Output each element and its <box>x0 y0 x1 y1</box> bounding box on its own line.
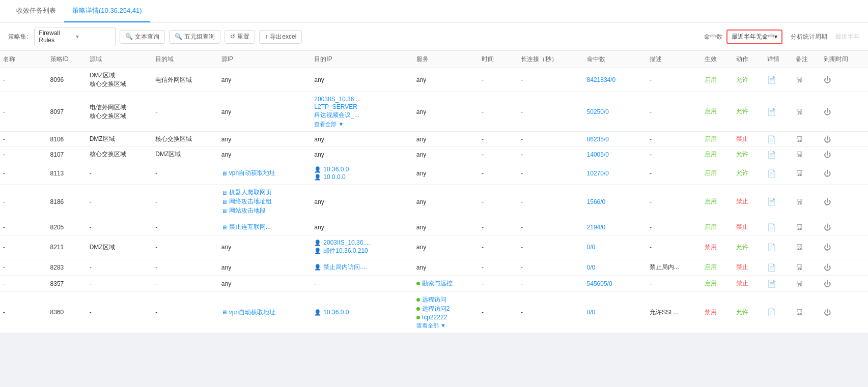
table-row: -8097电信外网区域 核心交换区域-any2003IIS_10.36....L… <box>0 92 868 132</box>
note-icon[interactable]: 🖫 <box>796 108 803 116</box>
note-icon[interactable]: 🖫 <box>796 308 803 316</box>
cell-detail[interactable]: 📄 <box>764 259 793 276</box>
period-select[interactable]: 最近半年无命中▾ <box>726 29 782 44</box>
detail-icon[interactable]: 📄 <box>767 243 776 251</box>
cell-detail[interactable]: 📄 <box>764 147 793 162</box>
cell-hits[interactable]: 86235/0 <box>584 132 647 147</box>
five-tuple-button[interactable]: 🔍 五元组查询 <box>169 30 220 44</box>
cell-detail[interactable]: 📄 <box>764 68 793 92</box>
expire-icon[interactable]: ⏻ <box>824 243 831 251</box>
cell-detail[interactable]: 📄 <box>764 185 793 219</box>
expire-icon[interactable]: ⏻ <box>824 108 831 116</box>
cell-hits[interactable]: 8421834/0 <box>584 68 647 92</box>
cell-detail[interactable]: 📄 <box>764 276 793 292</box>
tab-detail[interactable]: 策略详情(10.36.254.41) <box>64 0 150 22</box>
export-excel-button[interactable]: ↑ 导出excel <box>259 30 302 44</box>
cell-note[interactable]: 🖫 <box>793 185 821 219</box>
cell-hits[interactable]: 1566/0 <box>584 185 647 219</box>
cell-dst-ip: 2003IIS_10.36....L2TP_SERVER科达视频会议_...查看… <box>311 92 413 132</box>
cell-detail[interactable]: 📄 <box>764 92 793 132</box>
cell-expire[interactable]: ⏻ <box>821 235 868 259</box>
cell-expire[interactable]: ⏻ <box>821 219 868 235</box>
note-icon[interactable]: 🖫 <box>796 198 803 206</box>
cell-dst-ip: 👤10.36.0.0 <box>311 292 413 333</box>
detail-icon[interactable]: 📄 <box>767 151 776 159</box>
cell-expire[interactable]: ⏻ <box>821 132 868 147</box>
expire-icon[interactable]: ⏻ <box>824 151 831 159</box>
note-icon[interactable]: 🖫 <box>796 135 803 143</box>
cell-expire[interactable]: ⏻ <box>821 162 868 185</box>
cell-expire[interactable]: ⏻ <box>821 292 868 333</box>
expire-icon[interactable]: ⏻ <box>824 135 831 143</box>
expire-icon[interactable]: ⏻ <box>824 169 831 177</box>
cell-dst-ip: 👤2003IIS_10.36....👤邮件10.36.0.210 <box>311 235 413 259</box>
detail-icon[interactable]: 📄 <box>767 280 776 288</box>
cell-expire[interactable]: ⏻ <box>821 68 868 92</box>
cell-action: 允许 <box>733 92 765 132</box>
cell-note[interactable]: 🖫 <box>793 259 821 276</box>
cell-expire[interactable]: ⏻ <box>821 259 868 276</box>
view-all-dst-ip[interactable]: 查看全部 ▼ <box>314 121 410 128</box>
note-icon[interactable]: 🖫 <box>796 223 803 231</box>
detail-icon[interactable]: 📄 <box>767 308 776 316</box>
cell-detail[interactable]: 📄 <box>764 132 793 147</box>
cell-action: 禁止 <box>733 132 765 147</box>
cell-note[interactable]: 🖫 <box>793 68 821 92</box>
cell-expire[interactable]: ⏻ <box>821 147 868 162</box>
cell-hits[interactable]: 50250/0 <box>584 92 647 132</box>
cell-hits[interactable]: 0/0 <box>584 259 647 276</box>
note-icon[interactable]: 🖫 <box>796 243 803 251</box>
cell-expire[interactable]: ⏻ <box>821 185 868 219</box>
detail-icon[interactable]: 📄 <box>767 198 776 206</box>
cell-hits[interactable]: 545605/0 <box>584 276 647 292</box>
detail-icon[interactable]: 📄 <box>767 169 776 177</box>
col-header-note: 备注 <box>793 51 821 68</box>
cell-action: 禁止 <box>733 259 765 276</box>
cell-action: 禁止 <box>733 276 765 292</box>
cell-note[interactable]: 🖫 <box>793 162 821 185</box>
cell-hits[interactable]: 2194/0 <box>584 219 647 235</box>
cell-note[interactable]: 🖫 <box>793 147 821 162</box>
cell-expire[interactable]: ⏻ <box>821 92 868 132</box>
note-icon[interactable]: 🖫 <box>796 169 803 177</box>
cell-note[interactable]: 🖫 <box>793 235 821 259</box>
cell-hits[interactable]: 0/0 <box>584 292 647 333</box>
cell-detail[interactable]: 📄 <box>764 292 793 333</box>
detail-icon[interactable]: 📄 <box>767 108 776 116</box>
expire-icon[interactable]: ⏻ <box>824 263 831 272</box>
hits-label: 命中数 <box>704 33 722 41</box>
cell-time: - <box>479 185 518 219</box>
tab-list[interactable]: 收效任务列表 <box>8 0 64 22</box>
cell-detail[interactable]: 📄 <box>764 219 793 235</box>
policy-set-select[interactable]: Firewall Rules ▾ <box>34 27 116 46</box>
note-icon[interactable]: 🖫 <box>796 263 803 272</box>
cell-hits[interactable]: 10270/0 <box>584 162 647 185</box>
detail-icon[interactable]: 📄 <box>767 263 776 272</box>
cell-detail[interactable]: 📄 <box>764 235 793 259</box>
cell-note[interactable]: 🖫 <box>793 132 821 147</box>
cell-detail[interactable]: 📄 <box>764 162 793 185</box>
expire-icon[interactable]: ⏻ <box>824 223 831 231</box>
reset-button[interactable]: ↺ 重置 <box>225 30 255 44</box>
cell-service: 远程访问远程访问2tcp22222查看全部 ▼ <box>413 292 479 333</box>
expire-icon[interactable]: ⏻ <box>824 280 831 288</box>
note-icon[interactable]: 🖫 <box>796 151 803 159</box>
cell-dst-zone: - <box>152 92 218 132</box>
view-all-service[interactable]: 查看全部 ▼ <box>416 322 475 330</box>
expire-icon[interactable]: ⏻ <box>824 76 831 84</box>
detail-icon[interactable]: 📄 <box>767 76 776 84</box>
cell-note[interactable]: 🖫 <box>793 92 821 132</box>
text-query-button[interactable]: 🔍 文本查询 <box>120 30 165 44</box>
note-icon[interactable]: 🖫 <box>796 76 803 84</box>
cell-note[interactable]: 🖫 <box>793 276 821 292</box>
cell-note[interactable]: 🖫 <box>793 219 821 235</box>
detail-icon[interactable]: 📄 <box>767 223 776 231</box>
cell-expire[interactable]: ⏻ <box>821 276 868 292</box>
detail-icon[interactable]: 📄 <box>767 135 776 143</box>
note-icon[interactable]: 🖫 <box>796 280 803 288</box>
expire-icon[interactable]: ⏻ <box>824 308 831 316</box>
cell-note[interactable]: 🖫 <box>793 292 821 333</box>
expire-icon[interactable]: ⏻ <box>824 198 831 206</box>
cell-hits[interactable]: 14005/0 <box>584 147 647 162</box>
cell-hits[interactable]: 0/0 <box>584 235 647 259</box>
